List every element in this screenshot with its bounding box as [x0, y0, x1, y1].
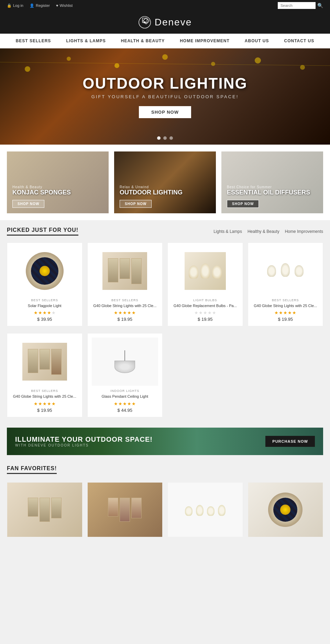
product-stars-0: ★ ★ ★ ★ ★ — [11, 310, 78, 315]
product-category-1: BEST SELLERS — [92, 298, 158, 302]
search-button[interactable]: 🔍 — [317, 3, 323, 8]
tab-lights-lamps[interactable]: Lights & Lamps — [213, 228, 242, 235]
cat-name-2: ESSENTIAL OIL DIFFUSERS — [227, 189, 318, 196]
category-row: Health & Beauty KONJAC SPONGES SHOP NOW … — [0, 145, 330, 220]
product-card-5[interactable]: INDOOR LIGHTS Glass Pendant Ceiling Ligh… — [87, 333, 163, 417]
product-stars-5: ★ ★ ★ ★ ★ — [92, 401, 158, 406]
cat-overlay-outdoor: Relax & Unwind OUTDOOR LIGHTING SHOP NOW — [114, 151, 216, 213]
promo-btn-area: PURCHASE NOW — [257, 436, 323, 447]
grid-spacer-1 — [167, 333, 243, 417]
product-price-3: $ 19.95 — [252, 317, 319, 322]
hero-cta-button[interactable]: SHOP NOW — [139, 106, 191, 118]
category-card-konjac[interactable]: Health & Beauty KONJAC SPONGES SHOP NOW — [7, 151, 109, 213]
product-stars-3: ★ ★ ★ ★ ★ — [252, 310, 319, 315]
product-stars-2: ★ ★ ★ ★ ★ — [172, 310, 239, 315]
product-card-2[interactable]: LIGHT BULBS G40 Globe Replacement Bulbs … — [167, 242, 243, 326]
hero-dot-1[interactable] — [157, 136, 161, 140]
nav-about-us[interactable]: ABOUT US — [237, 34, 277, 48]
box-stack — [108, 258, 142, 284]
product-category-2: LIGHT BULBS — [172, 298, 239, 302]
product-image-4 — [11, 338, 78, 386]
fan-image-0 — [7, 483, 82, 537]
svg-point-7 — [162, 54, 168, 60]
cat-name-1: OUTDOOR LIGHTING — [120, 189, 210, 196]
product-card-1[interactable]: BEST SELLERS G40 Globe String Lights wit… — [87, 242, 163, 326]
nav-health-beauty[interactable]: HEALTH & BEAUTY — [113, 34, 172, 48]
cat-overlay-konjac: Health & Beauty KONJAC SPONGES SHOP NOW — [7, 151, 109, 213]
product-category-0: BEST SELLERS — [11, 298, 78, 302]
fan-card-0[interactable] — [7, 482, 82, 537]
string-image — [265, 252, 306, 290]
product-image-2 — [172, 247, 239, 295]
svg-point-3 — [144, 21, 146, 23]
fan-image-1 — [88, 483, 163, 537]
product-card-3[interactable]: BEST SELLERS G40 Globe String Lights wit… — [248, 242, 323, 326]
nav-bar: BEST SELLERS LIGHTS & LAMPS HEALTH & BEA… — [0, 34, 330, 48]
nav-lights-lamps[interactable]: LIGHTS & LAMPS — [58, 34, 113, 48]
svg-point-10 — [300, 65, 305, 70]
bulb-row — [189, 263, 222, 279]
nav-contact-us[interactable]: CONTACT US — [277, 34, 322, 48]
svg-line-11 — [0, 62, 330, 66]
category-card-diffusers[interactable]: Best Choice for Summer ESSENTIAL OIL DIF… — [221, 151, 323, 213]
product-name-1: G40 Globe String Lights with 25 Cle... — [92, 303, 158, 308]
fan-card-3[interactable] — [248, 482, 323, 537]
solar-panel — [31, 257, 58, 285]
search-input[interactable] — [278, 2, 316, 9]
hero-banner: OUTDOOR LIGHTING GIFT YOURSELF A BEAUTIF… — [0, 48, 330, 145]
tab-healthy-beauty[interactable]: Healthy & Beauty — [248, 228, 279, 235]
svg-point-9 — [255, 57, 261, 64]
hero-dots — [157, 136, 173, 140]
fan-section: FAN FAVORITES! — [0, 459, 330, 477]
cat-cta-1[interactable]: SHOP NOW — [120, 200, 152, 208]
product-name-0: Solar Flagpole Light — [11, 303, 78, 308]
promo-cta-button[interactable]: PURCHASE NOW — [265, 436, 315, 447]
fan-favorites-title: FAN FAVORITES! — [7, 465, 57, 474]
grid-spacer-2 — [248, 333, 323, 417]
wishlist-link[interactable]: ♥ Wishlist — [56, 3, 73, 8]
fan-card-1[interactable] — [87, 482, 163, 537]
box-image-2 — [22, 343, 67, 381]
promo-main-text: ILLUMINATE YOUR OUTDOOR SPACE! — [15, 436, 249, 443]
nav-home-improvement[interactable]: HOME IMPROVEMENT — [172, 34, 237, 48]
nav-best-sellers[interactable]: BEST SELLERS — [8, 34, 59, 48]
product-card-4[interactable]: BEST SELLERS G40 Globe String Lights wit… — [7, 333, 82, 417]
product-name-3: G40 Globe String Lights with 25 Cle... — [252, 303, 319, 308]
fan-card-2[interactable] — [167, 482, 243, 537]
tab-home-improvements[interactable]: Home Improvements — [285, 228, 323, 235]
product-image-0 — [11, 247, 78, 295]
string-lights — [267, 265, 304, 277]
register-link[interactable]: 👤 Register — [30, 3, 50, 8]
hero-dot-2[interactable] — [163, 136, 167, 140]
product-image-1 — [92, 247, 158, 295]
cat-cta-0[interactable]: SHOP NOW — [12, 200, 44, 208]
logo-icon — [138, 16, 151, 29]
product-card-0[interactable]: BEST SELLERS Solar Flagpole Light ★ ★ ★ … — [7, 242, 82, 326]
product-image-5 — [92, 338, 158, 386]
product-name-5: Glass Pendant Ceiling Light — [92, 394, 158, 399]
fan-box-stack-2 — [108, 498, 142, 522]
hero-title: OUTDOOR LIGHTING — [82, 75, 247, 92]
user-icon: 🔒 — [7, 3, 12, 8]
promo-sub-text: WITH DENEVE OUTDOOR LIGHTS — [15, 443, 249, 447]
top-bar-left: 🔒 Log in 👤 Register ♥ Wishlist — [7, 3, 73, 8]
cat-cta-2[interactable]: SHOP NOW — [227, 200, 259, 208]
fan-string-line — [185, 504, 226, 516]
product-price-2: $ 19.95 — [172, 317, 239, 322]
svg-rect-2 — [143, 18, 149, 24]
logo-bar: Deneve — [0, 11, 330, 34]
svg-point-4 — [25, 66, 30, 72]
pendant-image — [92, 338, 158, 386]
top-bar: 🔒 Log in 👤 Register ♥ Wishlist 🔍 — [0, 0, 330, 11]
cat-tag-2: Best Choice for Summer — [227, 185, 318, 189]
fan-image-2 — [168, 483, 243, 537]
category-card-outdoor[interactable]: Relax & Unwind OUTDOOR LIGHTING SHOP NOW — [114, 151, 216, 213]
hero-dot-3[interactable] — [169, 136, 173, 140]
product-image-3 — [252, 247, 319, 295]
promo-banner: ILLUMINATE YOUR OUTDOOR SPACE! WITH DENE… — [7, 428, 323, 455]
product-price-5: $ 44.95 — [92, 408, 158, 413]
box-image — [102, 252, 147, 290]
product-price-4: $ 19.95 — [11, 408, 78, 413]
product-grid-row2: BEST SELLERS G40 Globe String Lights wit… — [0, 333, 330, 424]
login-link[interactable]: 🔒 Log in — [7, 3, 23, 8]
